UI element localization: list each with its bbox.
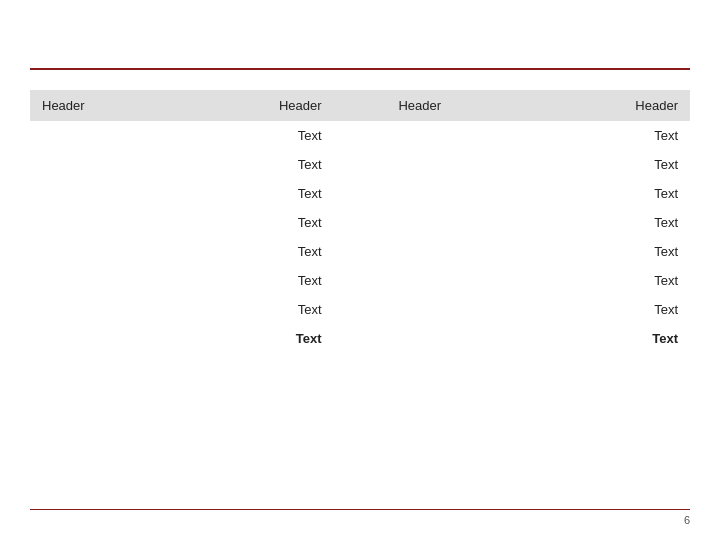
row-label-right bbox=[386, 237, 531, 266]
row-value-right: Text bbox=[532, 324, 690, 353]
table-row: TextText bbox=[30, 121, 690, 150]
row-value-right: Text bbox=[532, 150, 690, 179]
row-value-left: Text bbox=[175, 266, 333, 295]
row-value-left: Text bbox=[175, 121, 333, 150]
row-value-right: Text bbox=[532, 266, 690, 295]
table-row: TextText bbox=[30, 179, 690, 208]
row-label-left bbox=[30, 324, 175, 353]
row-label-right bbox=[386, 266, 531, 295]
table-row: TextText bbox=[30, 266, 690, 295]
row-spacer bbox=[334, 150, 387, 179]
row-value-right: Text bbox=[532, 121, 690, 150]
row-label-right bbox=[386, 295, 531, 324]
row-spacer bbox=[334, 121, 387, 150]
col1-header: Header bbox=[30, 90, 175, 121]
row-label-right bbox=[386, 208, 531, 237]
row-label-left bbox=[30, 179, 175, 208]
col2-header-label: Header bbox=[532, 90, 690, 121]
row-label-right bbox=[386, 179, 531, 208]
row-spacer bbox=[334, 179, 387, 208]
row-label-left bbox=[30, 208, 175, 237]
table-row: TextText bbox=[30, 295, 690, 324]
row-label-right bbox=[386, 324, 531, 353]
row-spacer bbox=[334, 237, 387, 266]
table-row: TextText bbox=[30, 324, 690, 353]
page-number: 6 bbox=[684, 514, 690, 526]
table-row: TextText bbox=[30, 237, 690, 266]
row-value-left: Text bbox=[175, 237, 333, 266]
row-label-left bbox=[30, 266, 175, 295]
row-label-right bbox=[386, 121, 531, 150]
row-label-right bbox=[386, 150, 531, 179]
table-row: TextText bbox=[30, 150, 690, 179]
row-spacer bbox=[334, 208, 387, 237]
data-table: Header Header Header Header TextTextText… bbox=[30, 90, 690, 353]
row-label-left bbox=[30, 121, 175, 150]
row-value-right: Text bbox=[532, 208, 690, 237]
col1-header-label: Header bbox=[175, 90, 333, 121]
row-value-left: Text bbox=[175, 208, 333, 237]
row-value-left: Text bbox=[175, 295, 333, 324]
row-spacer bbox=[334, 324, 387, 353]
top-rule bbox=[30, 68, 690, 70]
row-spacer bbox=[334, 295, 387, 324]
row-value-right: Text bbox=[532, 179, 690, 208]
row-value-right: Text bbox=[532, 237, 690, 266]
spacer-header bbox=[334, 90, 387, 121]
row-value-left: Text bbox=[175, 179, 333, 208]
main-content: Header Header Header Header TextTextText… bbox=[30, 90, 690, 353]
col2-header: Header bbox=[386, 90, 531, 121]
row-spacer bbox=[334, 266, 387, 295]
row-label-left bbox=[30, 150, 175, 179]
row-value-right: Text bbox=[532, 295, 690, 324]
row-label-left bbox=[30, 295, 175, 324]
row-value-left: Text bbox=[175, 324, 333, 353]
table-row: TextText bbox=[30, 208, 690, 237]
row-value-left: Text bbox=[175, 150, 333, 179]
bottom-rule bbox=[30, 509, 690, 511]
row-label-left bbox=[30, 237, 175, 266]
